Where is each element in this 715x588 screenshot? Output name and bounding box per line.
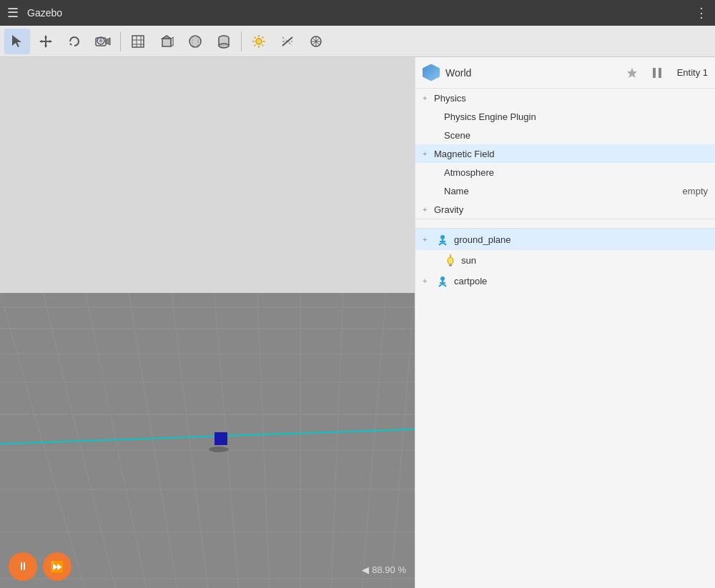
light-tool-button[interactable] bbox=[246, 29, 272, 54]
svg-point-20 bbox=[189, 36, 201, 47]
svg-marker-19 bbox=[171, 37, 174, 46]
zoom-value: 88.90 % bbox=[372, 564, 406, 575]
panel-pause-icon[interactable] bbox=[650, 66, 664, 80]
tree-gravity[interactable]: + Gravity bbox=[415, 200, 715, 219]
viewport-sky bbox=[0, 57, 415, 293]
entity-icon-cartpole bbox=[435, 274, 450, 288]
titlebar-left: ☰ Gazebo bbox=[7, 5, 62, 21]
entity-sun[interactable]: sun bbox=[415, 250, 715, 270]
star-tool-button[interactable] bbox=[303, 29, 329, 54]
toolbar bbox=[0, 26, 715, 57]
zoom-indicator: ◀ 88.90 % bbox=[362, 564, 406, 575]
svg-point-71 bbox=[448, 257, 453, 264]
titlebar: ☰ Gazebo ⋮ bbox=[0, 0, 715, 26]
tree-label-name: Name bbox=[444, 186, 469, 196]
entity-label-cartpole: cartpole bbox=[454, 276, 487, 286]
toolbar-separator-1 bbox=[120, 31, 121, 51]
tree-expand-magnetic: + bbox=[423, 149, 431, 158]
tree-expand-gravity: + bbox=[423, 205, 431, 214]
svg-line-57 bbox=[129, 293, 186, 588]
tree-label-physics: Physics bbox=[434, 93, 466, 104]
tree-expand-physics: + bbox=[423, 94, 431, 102]
tree-magnetic-field[interactable]: + Magnetic Field bbox=[415, 144, 715, 163]
tree-label-atmosphere: Atmosphere bbox=[444, 167, 494, 178]
tree-label-scene: Scene bbox=[444, 130, 470, 141]
grid-tool-button[interactable] bbox=[125, 29, 151, 54]
right-panel: World Entity 1 + Physics Physics bbox=[415, 57, 715, 588]
entity-label-ground-plane: ground_plane bbox=[454, 234, 511, 245]
camera-tool-button[interactable] bbox=[90, 29, 116, 54]
tree-value-name: empty bbox=[683, 186, 708, 196]
entity-expand-cartpole: + bbox=[423, 276, 431, 285]
svg-rect-65 bbox=[653, 68, 656, 78]
fast-forward-button[interactable]: ⏩ bbox=[43, 552, 72, 581]
svg-marker-18 bbox=[162, 36, 171, 39]
svg-line-33 bbox=[262, 44, 264, 46]
entities-section: + ground_plane bbox=[415, 219, 715, 588]
cylinder-tool-button[interactable] bbox=[211, 29, 237, 54]
box-shadow bbox=[209, 447, 229, 452]
main-area: ⏸ ⏩ ◀ 88.90 % World Entity 1 bbox=[0, 57, 715, 588]
select-tool-button[interactable] bbox=[4, 29, 30, 54]
svg-line-32 bbox=[255, 36, 256, 38]
box-tool-button[interactable] bbox=[154, 29, 179, 54]
viewport-ground bbox=[0, 293, 415, 588]
svg-marker-6 bbox=[49, 40, 52, 43]
entity-cartpole[interactable]: + cartpole bbox=[415, 270, 715, 291]
menu-icon[interactable]: ☰ bbox=[7, 5, 19, 21]
svg-marker-0 bbox=[12, 35, 21, 47]
translate-tool-button[interactable] bbox=[33, 29, 59, 54]
entity-expand-ground: + bbox=[423, 235, 431, 244]
tree-label-physics-engine: Physics Engine Plugin bbox=[444, 111, 536, 122]
svg-rect-17 bbox=[162, 39, 171, 46]
svg-rect-73 bbox=[449, 265, 452, 266]
app-title: Gazebo bbox=[27, 7, 62, 19]
entity-label: Entity 1 bbox=[677, 67, 708, 78]
svg-line-64 bbox=[386, 293, 415, 588]
svg-line-60 bbox=[257, 293, 272, 588]
entity-icon-ground-plane bbox=[435, 232, 450, 246]
entity-icon-sun bbox=[444, 254, 457, 266]
svg-point-26 bbox=[219, 44, 229, 48]
entity-label-sun: sun bbox=[461, 255, 476, 266]
svg-line-58 bbox=[172, 293, 214, 588]
svg-point-67 bbox=[440, 235, 445, 239]
svg-marker-7 bbox=[69, 43, 72, 46]
svg-rect-66 bbox=[659, 68, 661, 78]
svg-line-62 bbox=[329, 293, 343, 588]
entity-ground-plane[interactable]: + ground_plane bbox=[415, 229, 715, 250]
world-icon bbox=[423, 64, 440, 81]
panel-tree: + Physics Physics Engine Plugin Scene + … bbox=[415, 89, 715, 219]
viewport[interactable]: ⏸ ⏩ ◀ 88.90 % bbox=[0, 57, 415, 588]
svg-line-63 bbox=[358, 293, 386, 588]
svg-point-74 bbox=[440, 276, 445, 281]
svg-rect-72 bbox=[449, 264, 453, 265]
svg-marker-4 bbox=[44, 45, 47, 48]
lines-tool-button[interactable] bbox=[275, 29, 300, 54]
svg-point-9 bbox=[99, 39, 103, 42]
blue-box-object bbox=[214, 432, 227, 445]
svg-marker-5 bbox=[39, 40, 42, 43]
tree-label-gravity: Gravity bbox=[434, 204, 463, 215]
tree-name[interactable]: Name empty bbox=[415, 181, 715, 200]
svg-marker-11 bbox=[106, 38, 110, 45]
pin-icon[interactable] bbox=[626, 66, 638, 79]
rotate-tool-button[interactable] bbox=[61, 29, 87, 54]
tree-physics-engine[interactable]: Physics Engine Plugin bbox=[415, 107, 715, 126]
tree-scene[interactable]: Scene bbox=[415, 126, 715, 144]
pause-button[interactable]: ⏸ bbox=[9, 552, 37, 581]
toolbar-separator-2 bbox=[241, 31, 242, 51]
svg-rect-12 bbox=[132, 36, 144, 47]
tree-atmosphere[interactable]: Atmosphere bbox=[415, 163, 715, 181]
viewport-controls: ⏸ ⏩ bbox=[9, 552, 72, 581]
world-label: World bbox=[445, 67, 530, 79]
panel-header: World Entity 1 bbox=[415, 57, 715, 89]
svg-line-35 bbox=[255, 44, 256, 46]
more-icon[interactable]: ⋮ bbox=[695, 5, 708, 21]
tree-physics[interactable]: + Physics bbox=[415, 89, 715, 107]
svg-marker-3 bbox=[44, 35, 47, 38]
tree-label-magnetic: Magnetic Field bbox=[434, 149, 495, 159]
zoom-arrow: ◀ bbox=[362, 564, 369, 575]
svg-line-34 bbox=[262, 36, 264, 38]
sphere-tool-button[interactable] bbox=[182, 29, 208, 54]
